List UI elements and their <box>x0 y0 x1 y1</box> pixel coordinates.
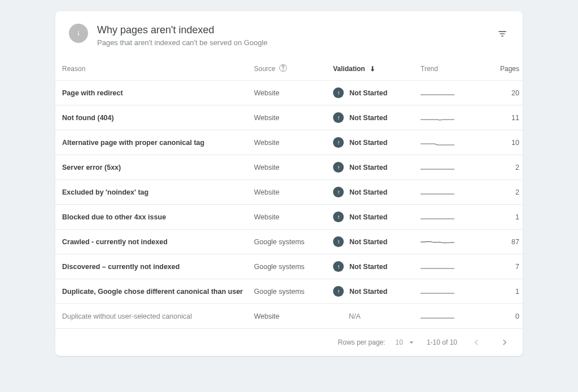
pages-cell: 7 <box>485 263 519 271</box>
validation-status: Not Started <box>349 139 387 147</box>
source-cell: Website <box>254 139 333 147</box>
table-row[interactable]: Page with redirectWebsiteNot Started20 <box>55 81 523 105</box>
trend-cell <box>421 262 485 271</box>
source-cell: Google systems <box>254 263 333 271</box>
validation-status: Not Started <box>349 164 387 171</box>
exclamation-icon <box>333 162 344 173</box>
trend-cell <box>421 287 485 296</box>
reason-cell: Duplicate without user-selected canonica… <box>62 312 254 320</box>
validation-cell: Not Started <box>333 187 421 197</box>
reason-cell: Crawled - currently not indexed <box>62 238 254 246</box>
validation-status: Not Started <box>349 114 387 122</box>
source-cell: Google systems <box>254 288 333 296</box>
table-row[interactable]: Server error (5xx)WebsiteNot Started2 <box>55 155 523 180</box>
validation-cell: N/A <box>333 312 421 320</box>
validation-status: Not Started <box>349 288 387 296</box>
pages-cell: 20 <box>485 89 519 97</box>
reason-cell: Not found (404) <box>62 114 254 122</box>
th-reason[interactable]: Reason <box>62 65 254 73</box>
rows-per-page-value: 10 <box>396 338 403 346</box>
th-source[interactable]: Source <box>254 64 333 74</box>
validation-status: Not Started <box>349 89 387 97</box>
page-subtitle: Pages that aren't indexed can't be serve… <box>97 38 268 47</box>
pages-cell: 10 <box>485 139 519 147</box>
pages-cell: 11 <box>485 114 519 122</box>
pages-cell: 1 <box>485 213 519 221</box>
validation-status: Not Started <box>349 238 387 246</box>
sparkline <box>421 138 454 147</box>
validation-status: Not Started <box>349 263 387 271</box>
validation-cell: Not Started <box>333 112 421 123</box>
reason-cell: Alternative page with proper canonical t… <box>62 139 254 147</box>
source-cell: Google systems <box>254 238 333 246</box>
th-validation[interactable]: Validation <box>333 65 421 73</box>
validation-status: N/A <box>333 312 361 320</box>
source-cell: Website <box>254 312 333 320</box>
range-label: 1-10 of 10 <box>427 338 457 346</box>
table-row[interactable]: Excluded by 'noindex' tagWebsiteNot Star… <box>55 180 523 205</box>
pages-cell: 2 <box>485 188 519 196</box>
validation-status: Not Started <box>349 188 387 196</box>
prev-page-button[interactable] <box>467 333 485 351</box>
table-header: Reason Source Validation Trend Pages <box>55 57 523 81</box>
validation-cell: Not Started <box>333 286 421 297</box>
help-icon[interactable] <box>279 64 287 74</box>
source-cell: Website <box>254 188 333 196</box>
filter-button[interactable] <box>496 27 509 41</box>
th-trend[interactable]: Trend <box>421 65 485 73</box>
sort-down-icon <box>369 65 376 73</box>
sparkline <box>421 188 454 197</box>
reason-cell: Page with redirect <box>62 89 254 97</box>
trend-cell <box>421 312 485 321</box>
trend-cell <box>421 138 485 147</box>
next-page-button[interactable] <box>496 333 514 351</box>
reason-cell: Discovered – currently not indexed <box>62 263 254 271</box>
validation-cell: Not Started <box>333 261 421 272</box>
sparkline <box>421 163 454 172</box>
page-title: Why pages aren't indexed <box>97 24 268 37</box>
dropdown-icon <box>406 337 417 347</box>
reason-cell: Blocked due to other 4xx issue <box>62 213 254 221</box>
source-cell: Website <box>254 89 333 97</box>
rows-per-page-select[interactable]: 10 <box>396 337 417 347</box>
sparkline <box>421 113 454 122</box>
table-row[interactable]: Not found (404)WebsiteNot Started11 <box>55 105 523 130</box>
table-row[interactable]: Duplicate, Google chose different canoni… <box>55 279 523 304</box>
sparkline <box>421 213 454 222</box>
validation-cell: Not Started <box>333 137 421 148</box>
trend-cell <box>421 237 485 246</box>
reason-cell: Excluded by 'noindex' tag <box>62 188 254 196</box>
exclamation-icon <box>333 236 344 247</box>
trend-cell <box>421 213 485 222</box>
trend-cell <box>421 113 485 122</box>
card-header: Why pages aren't indexed Pages that aren… <box>55 11 523 57</box>
pages-cell: 0 <box>485 312 519 320</box>
reason-cell: Server error (5xx) <box>62 164 254 171</box>
sparkline <box>421 287 454 296</box>
exclamation-icon <box>333 261 344 272</box>
table-row[interactable]: Alternative page with proper canonical t… <box>55 130 523 155</box>
table-footer: Rows per page: 10 1-10 of 10 <box>55 329 523 356</box>
header-text: Why pages aren't indexed Pages that aren… <box>97 24 268 47</box>
exclamation-icon <box>333 137 344 148</box>
source-cell: Website <box>254 114 333 122</box>
table-row[interactable]: Crawled - currently not indexedGoogle sy… <box>55 230 523 254</box>
exclamation-icon <box>333 286 344 297</box>
validation-cell: Not Started <box>333 236 421 247</box>
table-row[interactable]: Discovered – currently not indexedGoogle… <box>55 254 523 279</box>
exclamation-icon <box>333 212 344 222</box>
sparkline <box>421 262 454 271</box>
table-row[interactable]: Blocked due to other 4xx issueWebsiteNot… <box>55 205 523 230</box>
sparkline <box>421 237 454 246</box>
info-icon <box>69 24 88 43</box>
th-validation-label: Validation <box>333 65 365 73</box>
th-source-label: Source <box>254 65 275 73</box>
table-row[interactable]: Duplicate without user-selected canonica… <box>55 304 523 329</box>
pages-cell: 1 <box>485 288 519 296</box>
rows-per-page-label: Rows per page: <box>338 338 386 346</box>
exclamation-icon <box>333 187 344 197</box>
pages-cell: 2 <box>485 164 519 171</box>
reason-cell: Duplicate, Google chose different canoni… <box>62 288 254 296</box>
th-pages[interactable]: Pages <box>485 65 519 73</box>
trend-cell <box>421 188 485 197</box>
